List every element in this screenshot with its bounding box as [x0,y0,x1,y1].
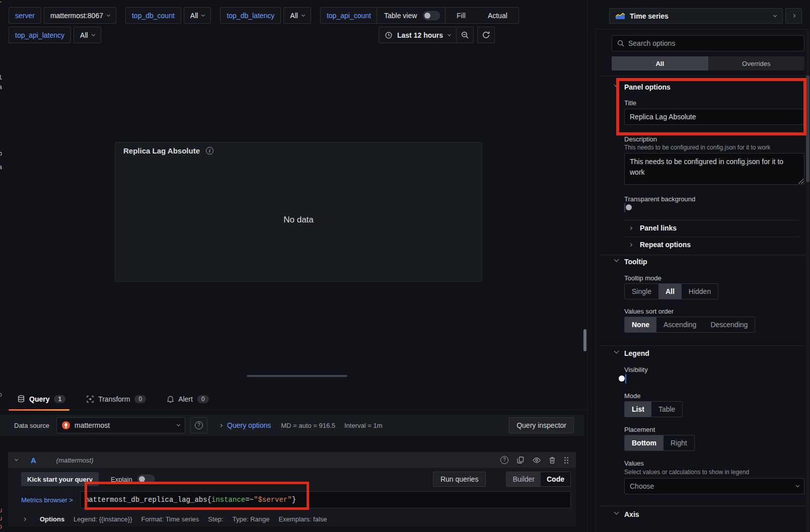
metrics-browser-link[interactable]: Metrics browser > [21,496,73,504]
eye-icon [533,458,541,463]
transparent-background-label: Transparent background [624,195,695,203]
drag-handle-icon[interactable] [564,457,569,464]
transparent-background-toggle[interactable] [624,203,625,212]
panel-resize-handle[interactable] [247,375,347,377]
refresh-icon [482,31,490,39]
variable-label[interactable]: top_api_count [320,7,378,24]
panel-description-textarea[interactable]: This needs to be configured in config.js… [624,153,804,185]
toggle-knob [139,476,145,482]
variable-label[interactable]: top_db_latency [220,7,281,24]
template-variables-row-2: top_api_latency All [9,27,101,43]
datasource-help-button[interactable]: ? [190,417,207,433]
legend-mode-list[interactable]: List [625,402,651,417]
chevron-down-icon [448,32,451,36]
tab-all[interactable]: All [612,56,708,70]
promql-label-value: "$server" [254,496,292,504]
toggle-visibility-button[interactable] [533,458,541,463]
divider [600,255,807,255]
variable-label[interactable]: top_db_count [125,7,181,24]
tooltip-mode-hidden[interactable]: Hidden [682,284,718,299]
explain-toggle[interactable] [137,475,155,484]
info-icon[interactable]: i [206,147,213,155]
query-options-row[interactable]: Options Legend: {{instance}} Format: Tim… [23,515,571,523]
query-help-button[interactable]: ? [500,456,508,464]
collapse-query-icon[interactable] [15,458,18,461]
chevron-down-icon [107,13,110,16]
time-range-label: Last 12 hours [397,31,443,39]
variable-label[interactable]: server [9,7,41,24]
options-sidebar: Time series All Overrides Panel options … [587,0,810,532]
options-search[interactable] [612,35,804,51]
tab-overrides[interactable]: Overrides [708,56,805,70]
promql-label-key: instance [211,496,245,504]
tab-count-badge: 0 [197,395,209,403]
chevron-down-icon [302,13,305,16]
builder-option[interactable]: Builder [506,472,541,486]
divider [600,506,807,506]
tooltip-mode-single[interactable]: Single [625,284,658,299]
search-input[interactable] [628,39,799,47]
legend-values-select[interactable]: Choose [624,478,804,494]
datasource-picker[interactable]: mattermost [56,417,185,433]
actual-option[interactable]: Actual [477,12,519,20]
placement-bottom[interactable]: Bottom [625,435,664,450]
variable-value-dropdown[interactable]: All [73,27,101,43]
duplicate-query-button[interactable] [517,457,524,464]
variable-value-dropdown[interactable]: mattermost:8067 [44,7,116,24]
legend-mode-table[interactable]: Table [651,402,682,417]
query-card: A (mattermost) ? Kick start your query [8,452,576,526]
tab-count-badge: 1 [54,395,65,403]
tab-query[interactable]: Query 1 [18,389,65,410]
zoom-out-time-button[interactable] [456,27,474,43]
kick-start-query-button[interactable]: Kick start your query [21,472,99,486]
toggle-options-pane-button[interactable] [785,8,802,24]
query-inspector-button[interactable]: Query inspector [509,417,574,433]
edge-glyph: o [0,523,2,530]
section-header-panel-options[interactable]: Panel options [624,83,671,91]
tab-alert[interactable]: Alert 0 [167,389,208,410]
zoom-out-icon [461,31,469,39]
edge-glyph: b [0,150,2,158]
transform-icon [87,396,94,403]
section-header-tooltip[interactable]: Tooltip [624,258,647,266]
time-range-picker[interactable]: Last 12 hours [379,27,457,43]
no-data-message: No data [115,215,482,225]
section-header-legend[interactable]: Legend [624,349,649,357]
delete-query-button[interactable] [549,457,555,464]
refresh-button[interactable] [477,27,495,43]
placement-right[interactable]: Right [664,435,694,450]
variable-value-dropdown[interactable]: All [283,7,311,24]
variable-label[interactable]: top_api_latency [9,27,71,43]
tooltip-mode-all[interactable]: All [658,284,682,299]
table-view-toggle[interactable] [423,11,440,20]
panel-title-input[interactable] [624,109,804,125]
panel-links-section[interactable]: Panel links [629,224,677,232]
table-view-toggle-group: Table view [377,7,448,24]
exemplars-option: Exemplars: false [278,515,327,523]
section-header-axis[interactable]: Axis [624,510,639,518]
tab-transform[interactable]: Transform 0 [87,389,146,410]
main-scrollbar-thumb[interactable] [583,329,586,351]
promql-code-editor[interactable]: mattermost_db_replica_lag_abs{instance=~… [80,491,571,508]
sort-ascending[interactable]: Ascending [656,317,703,332]
options-label: Options [40,515,64,523]
copy-icon [517,457,524,464]
visualization-name: Time series [630,12,769,20]
sort-none[interactable]: None [625,317,656,332]
legend-mode-switch: List Table [624,401,683,417]
sort-descending[interactable]: Descending [703,317,755,332]
repeat-options-section[interactable]: Repeat options [629,241,691,249]
code-option[interactable]: Code [541,472,570,486]
edge-glyph: a [0,84,2,91]
toggle-knob [424,13,430,19]
run-queries-button[interactable]: Run queries [433,472,486,487]
query-options-link[interactable]: Query options [227,421,271,429]
query-header[interactable]: A (mattermost) ? [8,452,576,468]
visualization-picker[interactable]: Time series [609,8,783,24]
toggle-knob [626,204,632,210]
fill-option[interactable]: Fill [446,12,477,20]
sidebar-scrollbar-thumb[interactable] [806,75,809,182]
legend-visibility-toggle[interactable] [625,374,626,384]
variable-value-dropdown[interactable]: All [184,7,211,24]
tooltip-mode-switch: Single All Hidden [624,283,718,299]
